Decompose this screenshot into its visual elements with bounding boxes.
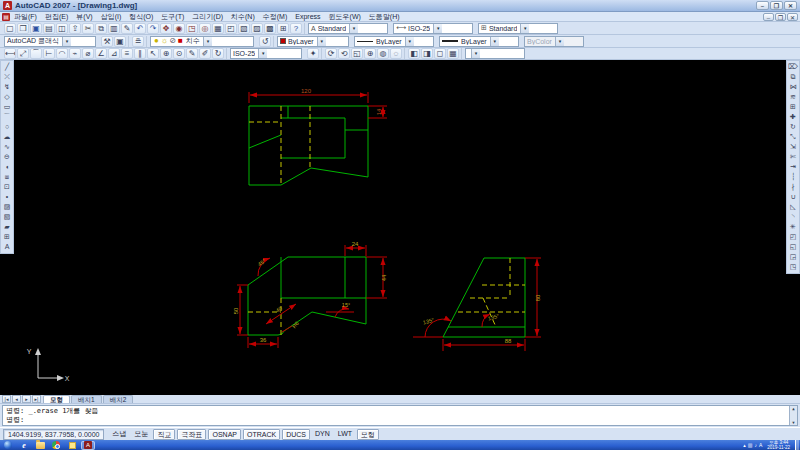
tab-layout1[interactable]: 배치1 [71, 395, 102, 403]
command-history[interactable]: 명령: _.erase 1개를 찾음 명령: ▲▼ [2, 405, 798, 426]
break-at-point-icon[interactable]: ┆ [788, 172, 799, 182]
layer-combo[interactable]: ●☼⊘■ 치수 [150, 36, 254, 47]
circle-icon[interactable]: ○ [2, 122, 13, 132]
workspace-toggle-icon[interactable]: ◧ [408, 48, 420, 59]
plot-icon[interactable]: ▤ [43, 23, 55, 34]
menu-item-9[interactable]: Express [291, 12, 324, 22]
hatch-icon[interactable]: ▨ [2, 202, 13, 212]
rectangle-icon[interactable]: ▭ [2, 102, 13, 112]
autocad-taskbar-button[interactable]: A [81, 441, 95, 450]
color-combo[interactable]: ByLayer [277, 36, 349, 47]
mirror-icon[interactable]: ⋈ [788, 82, 799, 92]
multiline-text-icon[interactable]: A [2, 242, 13, 252]
make-block-icon[interactable]: ⊡ [2, 182, 13, 192]
cut-icon[interactable]: ✂ [82, 23, 94, 34]
menu-item-7[interactable]: 치수(N) [227, 12, 259, 22]
designcenter-icon[interactable]: ◰ [225, 23, 237, 34]
properties-toggle-icon[interactable]: ▦ [447, 48, 459, 59]
dim-diameter-icon[interactable]: ⌀ [82, 48, 94, 59]
zoom-previous-icon[interactable]: ◎ [199, 23, 211, 34]
workspace-combo[interactable]: AutoCAD 클래식 [4, 36, 96, 47]
text-style-combo[interactable]: A Standard [308, 23, 388, 34]
match-properties-icon[interactable]: ✎ [121, 23, 133, 34]
chevron-down-icon[interactable] [317, 37, 326, 46]
named-views-icon[interactable]: ◱ [351, 48, 363, 59]
file-explorer-button[interactable] [33, 441, 47, 450]
tab-next-button[interactable]: ▸ [22, 395, 31, 403]
open-file-icon[interactable]: ❒ [17, 23, 29, 34]
dim-style-manager-icon[interactable]: ✦ [307, 48, 319, 59]
tab-first-button[interactable]: |◂ [2, 395, 11, 403]
layer-on-bulb-icon[interactable]: ● [153, 36, 160, 47]
tab-last-button[interactable]: ▸| [32, 395, 41, 403]
undo-icon[interactable]: ↶ [134, 23, 146, 34]
dim-ordinate-icon[interactable]: ⊢ [43, 48, 55, 59]
chevron-down-icon[interactable] [471, 49, 480, 58]
doc-minimize-button[interactable]: – [763, 13, 774, 21]
stretch-icon[interactable]: ⇲ [788, 142, 799, 152]
scroll-up-icon[interactable]: ▲ [792, 406, 794, 411]
command-line-prompt[interactable]: 명령: [6, 416, 787, 425]
layer-color-swatch-icon[interactable]: ■ [177, 36, 184, 47]
scroll-down-icon[interactable]: ▼ [792, 420, 794, 425]
3d-orbit-icon[interactable]: ⊕ [364, 48, 376, 59]
region-icon[interactable]: ▰ [2, 222, 13, 232]
maximize-button[interactable]: ❐ [770, 1, 783, 10]
dim-style-combo[interactable]: ⟷ ISO-25 [393, 23, 473, 34]
tab-model[interactable]: 모형 [43, 395, 70, 403]
ortho-toggle-button[interactable]: 직교 [153, 429, 175, 440]
layer-lock-icon[interactable]: ⊘ [169, 36, 176, 47]
menu-item-11[interactable]: 도움말(H) [365, 12, 404, 22]
zoom-realtime-icon[interactable]: ◉ [173, 23, 185, 34]
grid-toggle-button[interactable]: 모눈 [131, 429, 151, 440]
show-desktop-button[interactable] [795, 440, 799, 450]
osnap-toggle-button[interactable]: OSNAP [208, 429, 241, 440]
dim-update-icon[interactable]: ↻ [212, 48, 224, 59]
pan-realtime-icon[interactable]: ✥ [160, 23, 172, 34]
taskbar-clock[interactable]: 오후 3:44 2019-11-22 [764, 440, 793, 450]
tolerance-icon[interactable]: ⊕ [160, 48, 172, 59]
tab-prev-button[interactable]: ◂ [12, 395, 21, 403]
ducs-toggle-button[interactable]: DUCS [282, 429, 310, 440]
chevron-down-icon[interactable] [62, 37, 71, 46]
layer-freeze-sun-icon[interactable]: ☼ [161, 36, 168, 47]
trim-icon[interactable]: ✄ [788, 152, 799, 162]
join-icon[interactable]: ∪ [788, 192, 799, 202]
extend-icon[interactable]: ⇥ [788, 162, 799, 172]
chevron-down-icon[interactable] [349, 24, 358, 33]
properties-icon[interactable]: ▦ [212, 23, 224, 34]
ellipse-icon[interactable]: ⊖ [2, 152, 13, 162]
arc-icon[interactable]: ⌒ [2, 112, 13, 122]
minimize-button[interactable]: – [756, 1, 769, 10]
construction-line-icon[interactable]: ⤫ [2, 72, 13, 82]
menu-item-4[interactable]: 형식(O) [125, 12, 157, 22]
hidden-icons-icon[interactable]: ▴ [743, 442, 746, 448]
redo-icon[interactable]: ↷ [147, 23, 159, 34]
start-button[interactable] [1, 441, 15, 450]
chevron-down-icon[interactable] [433, 24, 442, 33]
table-style-combo[interactable]: ⊞ Standard [478, 23, 558, 34]
save-icon[interactable]: ▣ [30, 23, 42, 34]
chrome-button[interactable] [49, 441, 63, 450]
dim-text-edit-icon[interactable]: ✐ [199, 48, 211, 59]
dim-baseline-icon[interactable]: ≡ [121, 48, 133, 59]
fillet-icon[interactable]: ◝ [788, 212, 799, 222]
menu-item-3[interactable]: 삽입(I) [97, 12, 126, 22]
menu-item-10[interactable]: 윈도우(W) [325, 12, 365, 22]
copy-clip-icon[interactable]: ⧉ [95, 23, 107, 34]
ime-korean-icon[interactable]: A [759, 442, 762, 448]
polyline-icon[interactable]: ↯ [2, 82, 13, 92]
menu-item-5[interactable]: 도구(T) [157, 12, 188, 22]
volume-icon[interactable]: ♪ [754, 442, 757, 448]
clean-screen-icon[interactable]: ◻ [434, 48, 446, 59]
dim-jogged-icon[interactable]: ⌁ [69, 48, 81, 59]
regen-icon[interactable]: ⟲ [338, 48, 350, 59]
dim-continue-icon[interactable]: ∥ [134, 48, 146, 59]
chevron-down-icon[interactable] [203, 37, 212, 46]
dim-style-combo-2[interactable]: ISO-25 [230, 48, 302, 59]
quick-leader-icon[interactable]: ↖ [147, 48, 159, 59]
doc-restore-button[interactable]: ❐ [775, 13, 786, 21]
sticky-notes-button[interactable] [65, 441, 79, 450]
chevron-down-icon[interactable] [405, 37, 414, 46]
copy-icon[interactable]: ⧉ [788, 72, 799, 82]
